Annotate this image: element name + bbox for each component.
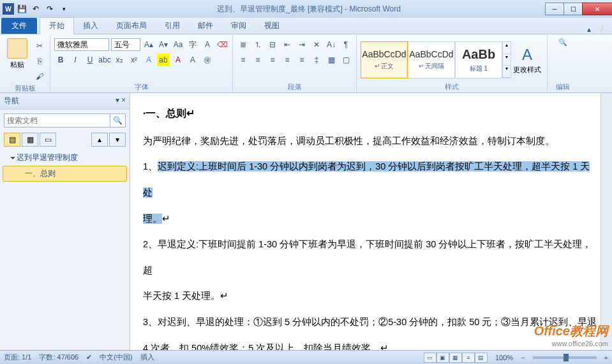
font-name-combo[interactable]: 微软雅黑 bbox=[54, 38, 109, 51]
tab-references[interactable]: 引用 bbox=[156, 18, 189, 34]
nav-view-pages[interactable]: ▦ bbox=[22, 133, 38, 147]
group-clipboard: 粘贴 ✂ ⎘ 🖌 剪贴板 bbox=[0, 34, 50, 92]
tab-mailings[interactable]: 邮件 bbox=[189, 18, 222, 34]
align-left-icon[interactable]: ≡ bbox=[237, 54, 250, 66]
minimize-ribbon-icon[interactable]: ▴ bbox=[587, 25, 591, 34]
underline-icon[interactable]: U bbox=[84, 54, 96, 66]
maximize-button[interactable]: ☐ bbox=[563, 3, 583, 15]
font-color-icon[interactable]: A bbox=[172, 54, 184, 66]
subscript-icon[interactable]: x₂ bbox=[113, 54, 126, 66]
character-border-icon[interactable]: A bbox=[201, 38, 214, 51]
selected-text: 迟到定义:上班时间后 1-30 分钟以内到岗者为迟到，30 分钟以后到岗者按旷工… bbox=[143, 161, 590, 198]
group-editing: 🔍 编辑 bbox=[548, 34, 578, 92]
view-draft-icon[interactable]: ▤ bbox=[475, 353, 488, 363]
superscript-icon[interactable]: x² bbox=[128, 54, 140, 66]
nav-view-results[interactable]: ▭ bbox=[40, 133, 56, 147]
highlight-icon[interactable]: ab bbox=[157, 54, 170, 66]
cut-icon[interactable]: ✂ bbox=[33, 40, 46, 52]
nav-search: 🔍 bbox=[4, 113, 126, 127]
copy-icon[interactable]: ⎘ bbox=[33, 55, 46, 68]
zoom-slider[interactable] bbox=[533, 356, 597, 359]
tree-child-selected[interactable]: 一、总则 bbox=[3, 166, 127, 182]
distributed-icon[interactable]: ≡ bbox=[295, 54, 308, 66]
nav-prev-icon[interactable]: ▴ bbox=[91, 133, 108, 147]
borders-icon[interactable]: ▢ bbox=[340, 54, 352, 66]
view-web-icon[interactable]: ▦ bbox=[449, 353, 462, 363]
editing-group-label: 编辑 bbox=[551, 82, 574, 92]
bullets-icon[interactable]: ≣ bbox=[237, 38, 250, 51]
numbering-icon[interactable]: ⒈ bbox=[251, 38, 264, 51]
align-right-icon[interactable]: ≡ bbox=[266, 54, 279, 66]
view-print-icon[interactable]: ▭ bbox=[424, 353, 437, 363]
search-icon[interactable]: 🔍 bbox=[110, 113, 126, 127]
change-styles-icon: A bbox=[522, 46, 532, 64]
minimize-button[interactable]: ─ bbox=[545, 3, 564, 15]
close-button[interactable]: ✕ bbox=[582, 3, 612, 15]
change-styles-button[interactable]: A 更改样式 bbox=[511, 43, 543, 75]
strike-icon[interactable]: abc bbox=[98, 54, 111, 66]
tab-layout[interactable]: 页面布局 bbox=[107, 18, 156, 34]
italic-icon[interactable]: I bbox=[69, 54, 82, 66]
status-language[interactable]: 中文(中国) bbox=[100, 353, 132, 362]
clear-format-icon[interactable]: ⌫ bbox=[216, 38, 228, 51]
format-painter-icon[interactable]: 🖌 bbox=[33, 70, 46, 83]
find-icon: 🔍 bbox=[558, 38, 567, 47]
justify-icon[interactable]: ≡ bbox=[281, 54, 294, 66]
zoom-level[interactable]: 100% bbox=[495, 354, 513, 361]
save-icon[interactable]: 💾 bbox=[15, 3, 28, 15]
document-area[interactable]: ·一、总则↵ 为严明纪律，奖励先进，处罚落后，调动员工积极性，提高工作效益和经济… bbox=[130, 93, 612, 350]
character-shading-icon[interactable]: A bbox=[186, 54, 199, 66]
vertical-scrollbar[interactable] bbox=[601, 93, 612, 350]
tree-root[interactable]: 迟到早退管理制度 bbox=[3, 150, 127, 165]
nav-title: 导航 bbox=[4, 96, 19, 106]
increase-indent-icon[interactable]: ⇥ bbox=[295, 38, 308, 51]
style-nospacing[interactable]: AaBbCcDd ↵ 无间隔 bbox=[408, 41, 455, 78]
shrink-font-icon[interactable]: A▾ bbox=[157, 38, 170, 51]
file-tab[interactable]: 文件 bbox=[1, 18, 37, 34]
change-case-icon[interactable]: Aa bbox=[172, 38, 184, 51]
view-outline-icon[interactable]: ≡ bbox=[462, 353, 475, 363]
nav-close-icon[interactable]: ▾ × bbox=[116, 96, 126, 106]
grow-font-icon[interactable]: A▴ bbox=[142, 38, 155, 51]
tab-review[interactable]: 审阅 bbox=[222, 18, 255, 34]
redo-icon[interactable]: ↷ bbox=[43, 3, 56, 15]
help-icon[interactable]: ❔ bbox=[596, 25, 606, 34]
proofing-icon[interactable]: ✔ bbox=[86, 353, 92, 361]
search-input[interactable] bbox=[4, 113, 110, 127]
status-mode[interactable]: 插入 bbox=[140, 353, 154, 362]
styles-scroll[interactable]: ▴▾▾ bbox=[502, 41, 511, 78]
status-page[interactable]: 页面: 1/1 bbox=[4, 353, 31, 362]
nav-next-icon[interactable]: ▾ bbox=[109, 133, 126, 147]
multilevel-icon[interactable]: ⊟ bbox=[266, 38, 279, 51]
zoom-out-icon[interactable]: − bbox=[521, 354, 525, 361]
nav-view-headings[interactable]: ▤ bbox=[4, 133, 20, 147]
sort-icon[interactable]: A↓ bbox=[325, 38, 338, 51]
show-marks-icon[interactable]: ¶ bbox=[340, 38, 352, 51]
bold-icon[interactable]: B bbox=[54, 54, 67, 66]
enclose-char-icon[interactable]: ㊝ bbox=[201, 54, 214, 66]
style-label: ↵ 无间隔 bbox=[419, 62, 445, 71]
shading-icon[interactable]: ▦ bbox=[325, 54, 338, 66]
phonetic-guide-icon[interactable]: 字 bbox=[186, 38, 199, 51]
tab-view[interactable]: 视图 bbox=[255, 18, 288, 34]
zoom-in-icon[interactable]: + bbox=[604, 354, 608, 361]
tab-home[interactable]: 开始 bbox=[40, 17, 74, 34]
status-bar: 页面: 1/1 字数: 47/606 ✔ 中文(中国) 插入 ▭ ▣ ▦ ≡ ▤… bbox=[0, 350, 612, 364]
para-2: 1、迟到定义:上班时间后 1-30 分钟以内到岗者为迟到，30 分钟以后到岗者按… bbox=[143, 154, 599, 205]
view-fullscreen-icon[interactable]: ▣ bbox=[437, 353, 449, 363]
text-effects-icon[interactable]: A bbox=[142, 54, 155, 66]
status-words[interactable]: 字数: 47/606 bbox=[39, 353, 78, 362]
font-size-combo[interactable]: 五号 bbox=[111, 38, 140, 51]
style-normal[interactable]: AaBbCcDd ↵ 正文 bbox=[361, 41, 408, 78]
editing-button[interactable]: 🔍 bbox=[551, 36, 574, 47]
align-center-icon[interactable]: ≡ bbox=[251, 54, 264, 66]
paste-button[interactable]: 粘贴 bbox=[4, 36, 31, 69]
asian-layout-icon[interactable]: ✕ bbox=[310, 38, 323, 51]
decrease-indent-icon[interactable]: ⇤ bbox=[281, 38, 294, 51]
tab-insert[interactable]: 插入 bbox=[74, 18, 107, 34]
line-spacing-icon[interactable]: ‡ bbox=[310, 54, 323, 66]
style-heading1[interactable]: AaBb 标题 1 bbox=[455, 41, 502, 78]
qat-dropdown-icon[interactable]: ▾ bbox=[57, 3, 70, 15]
undo-icon[interactable]: ↶ bbox=[29, 3, 42, 15]
nav-view-switcher: ▤ ▦ ▭ ▴ ▾ bbox=[4, 133, 126, 147]
